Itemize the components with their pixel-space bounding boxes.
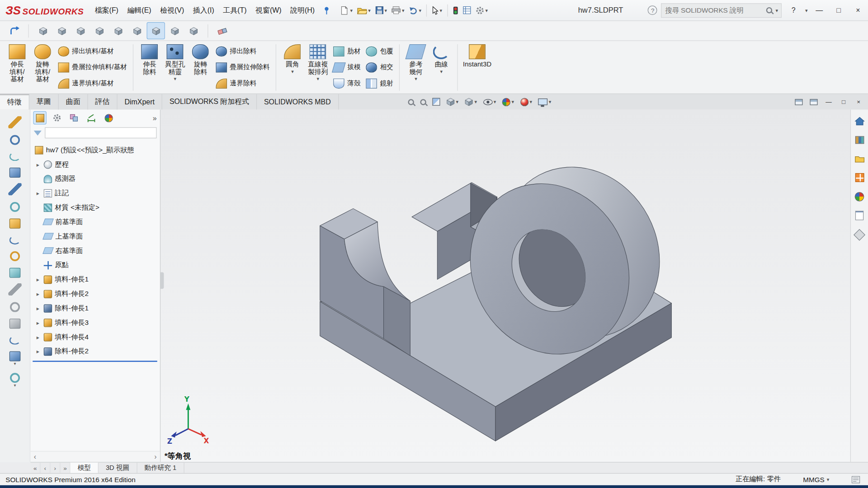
view-orientation-button[interactable]: ▾ (446, 98, 458, 107)
menu-insert[interactable]: 插入(I) (189, 3, 218, 18)
quick-view-button-3[interactable] (72, 23, 89, 39)
file-explorer-button[interactable] (854, 153, 866, 165)
dropdown-arrow-icon[interactable]: ▾ (384, 8, 387, 13)
tab-3d-views[interactable]: 3D 視圖 (99, 463, 137, 473)
appearances-button[interactable] (854, 190, 866, 202)
panel-splitter-handle[interactable] (160, 272, 164, 289)
expand-arrow-icon[interactable]: ▸ (35, 190, 41, 196)
left-tool-button-7[interactable] (9, 217, 20, 228)
pin-menu-icon[interactable] (324, 6, 330, 15)
scroll-left-arrow[interactable]: ‹ (34, 453, 36, 461)
expand-arrow-icon[interactable]: ▸ (35, 334, 41, 340)
lofted-cut-button[interactable]: 疊層拉伸除料 (214, 61, 271, 73)
search-input[interactable] (665, 6, 763, 14)
dropdown-arrow-icon[interactable]: ▾ (174, 76, 177, 81)
dropdown-arrow-icon[interactable]: ▾ (14, 362, 16, 366)
hide-show-items-button[interactable]: ▾ (483, 99, 496, 105)
tree-item-cut-extrude1[interactable]: ▸ 除料-伸長1 (30, 301, 160, 315)
custom-properties-button[interactable] (854, 209, 866, 221)
left-tool-button-6[interactable] (10, 201, 20, 211)
dropdown-arrow-icon[interactable]: ▾ (549, 99, 552, 104)
expand-arrow-icon[interactable]: ▸ (35, 277, 41, 282)
pane-layout-button[interactable] (793, 97, 805, 107)
expand-arrow-icon[interactable]: ▸ (35, 305, 41, 311)
left-tool-button-5[interactable] (8, 183, 21, 195)
dropdown-arrow-icon[interactable]: ▾ (291, 69, 294, 74)
search-icon[interactable] (766, 7, 772, 13)
left-tool-button-3[interactable] (9, 150, 20, 161)
left-tool-button-4[interactable] (9, 167, 20, 178)
tree-item-origin[interactable]: 原點 (30, 258, 160, 272)
left-tool-button-11[interactable] (8, 283, 21, 296)
scroll-right-arrow[interactable]: › (154, 453, 156, 461)
unit-system-selector[interactable]: MMGS ▾ (803, 475, 829, 483)
tree-item-sensors[interactable]: 感測器 (30, 172, 160, 186)
dropdown-arrow-icon[interactable]: ▾ (456, 99, 458, 104)
extruded-cut-button[interactable]: 伸長 除料 (137, 42, 162, 92)
dropdown-arrow-icon[interactable]: ▾ (475, 99, 477, 104)
lofted-boss-button[interactable]: 疊層拉伸填料/基材 (57, 61, 129, 73)
panel-horizontal-scrollbar[interactable]: ‹ › (30, 451, 160, 462)
tree-item-boss-extrude1[interactable]: ▸ 填料-伸長1 (30, 272, 160, 286)
fillet-button[interactable]: 圓角 ▾ (280, 42, 305, 92)
dropdown-arrow-icon[interactable]: ▾ (415, 76, 417, 81)
rollback-bar[interactable] (33, 361, 157, 361)
tab-surfaces[interactable]: 曲面 (59, 94, 88, 109)
tab-mbd[interactable]: SOLIDWORKS MBD (257, 94, 339, 109)
menu-tools[interactable]: 工具(T) (219, 3, 251, 18)
panel-tabs-overflow[interactable]: » (153, 114, 157, 122)
propertymanager-tab[interactable] (51, 112, 63, 124)
tab-scroll-last[interactable]: » (60, 463, 70, 473)
dropdown-arrow-icon[interactable]: ▾ (494, 99, 496, 104)
left-tool-button-8[interactable] (9, 234, 20, 244)
dropdown-arrow-icon[interactable]: ▾ (512, 99, 514, 104)
view-settings-button[interactable]: ▾ (538, 99, 551, 105)
tree-root[interactable]: hw7 (預設<<預設>_顯示狀態 (30, 143, 160, 157)
zoom-area-button[interactable] (420, 99, 426, 105)
tab-dimxpert[interactable]: DimXpert (118, 94, 162, 109)
home-button[interactable] (854, 115, 866, 127)
boundary-boss-button[interactable]: 邊界填料/基材 (57, 77, 129, 89)
left-tool-button-10[interactable] (9, 267, 20, 277)
tab-scroll-right[interactable]: › (50, 463, 60, 473)
dimxpertmanager-tab[interactable] (85, 112, 98, 124)
tree-item-history[interactable]: ▸ 歷程 (30, 157, 160, 172)
expand-arrow-icon[interactable]: ▸ (35, 319, 41, 325)
left-tool-button-16[interactable]: ▾ (10, 372, 20, 388)
display-style-button[interactable]: ▾ (464, 98, 477, 107)
swept-boss-button[interactable]: 掃出填料/基材 (57, 45, 129, 57)
hole-wizard-button[interactable]: 異型孔 精靈 ▾ (162, 42, 188, 92)
left-tool-button-9[interactable] (10, 250, 20, 261)
dropdown-arrow-icon[interactable]: ▾ (14, 384, 16, 388)
tree-item-cut-extrude2[interactable]: ▸ 除料-伸長2 (30, 344, 160, 359)
left-tool-button-12[interactable] (10, 301, 20, 312)
view-palette-button[interactable] (854, 172, 866, 184)
section-view-button[interactable] (432, 98, 440, 106)
help-button[interactable]: ? (786, 4, 801, 17)
tab-addins[interactable]: SOLIDWORKS 附加程式 (162, 94, 257, 109)
quick-view-button-2[interactable] (53, 23, 71, 39)
new-document-button[interactable]: ▾ (338, 4, 355, 16)
quick-view-button-5[interactable] (109, 23, 127, 39)
menu-view[interactable]: 檢視(V) (156, 3, 189, 18)
quick-view-button-7[interactable] (147, 23, 165, 39)
wrap-button[interactable]: 包覆 (364, 45, 395, 57)
expand-arrow-icon[interactable]: ▸ (35, 348, 41, 354)
quick-view-button-9[interactable] (185, 23, 202, 39)
revolved-boss-button[interactable]: 旋轉 填料/ 基材 (30, 42, 55, 92)
menu-file[interactable]: 檔案(F) (90, 3, 123, 18)
quick-view-button-1[interactable] (34, 23, 52, 39)
doc-close-button[interactable]: × (853, 97, 865, 107)
tab-scroll-left[interactable]: ‹ (40, 463, 50, 473)
apply-scene-button[interactable]: ▾ (520, 98, 532, 106)
dropdown-arrow-icon[interactable]: ▾ (827, 477, 830, 482)
design-library-button[interactable] (854, 134, 866, 146)
expand-arrow-icon[interactable]: ▸ (35, 161, 41, 167)
reference-geometry-button[interactable]: 參考 幾何 ▾ (403, 42, 429, 92)
tree-item-top-plane[interactable]: 上基準面 (30, 229, 160, 244)
menu-edit[interactable]: 編輯(E) (123, 3, 156, 18)
curves-button[interactable]: 曲線 ▾ (429, 42, 454, 92)
minimize-button[interactable]: — (811, 4, 827, 17)
featuremanager-tab[interactable] (34, 112, 46, 124)
dropdown-arrow-icon[interactable]: ▾ (485, 8, 488, 13)
